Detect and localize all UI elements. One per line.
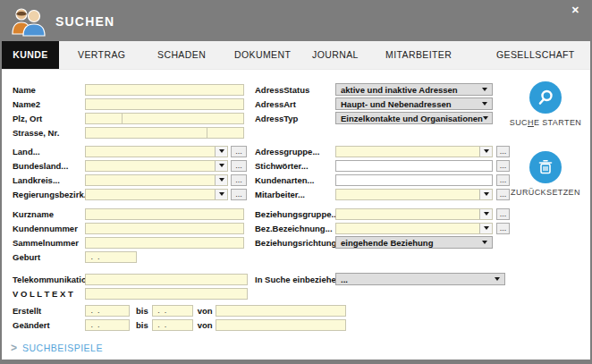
von-label: von: [198, 320, 213, 330]
search-button[interactable]: [529, 81, 562, 114]
landkreis-browse-button[interactable]: ...: [231, 174, 247, 186]
search-icon: [537, 89, 554, 106]
kundenarten-label: Kundenarten...: [255, 175, 335, 185]
adresstyp-select[interactable]: Einzelkontakte und Organisationen: [335, 112, 493, 124]
kundennummer-input[interactable]: [85, 223, 244, 234]
window-header: SUCHEN ✕: [2, 2, 590, 41]
chevron-down-icon: [483, 116, 488, 120]
nr-input[interactable]: [207, 127, 244, 139]
adressart-select[interactable]: Haupt- und Nebenadressen: [335, 97, 493, 110]
bez-bezeichnung-combo[interactable]: [335, 223, 493, 234]
bez-bezeichnung-label: Bez.Bezeichnung...: [255, 224, 335, 233]
adressstatus-select[interactable]: aktive und inaktive Adressen: [335, 83, 493, 96]
geaendert-von-input[interactable]: [216, 319, 346, 331]
tab-vertrag[interactable]: VERTRAG: [78, 41, 125, 69]
land-browse-button[interactable]: ...: [231, 146, 247, 157]
bez-bezeichnung-browse-button[interactable]: ...: [496, 223, 510, 234]
chevron-down-icon[interactable]: [479, 224, 492, 233]
adressgruppe-label: Adressgruppe...: [255, 147, 335, 157]
chevron-down-icon[interactable]: [479, 147, 492, 157]
search-button-label[interactable]: SUCHE STARTEN: [501, 118, 590, 127]
landkreis-label: Landkreis...: [13, 175, 85, 185]
tab-gesellschaft[interactable]: GESELLSCHAFT: [496, 41, 575, 69]
beziehungsgruppe-combo[interactable]: [335, 208, 493, 220]
suchbeispiele-label: SUCHBEISPIELE: [22, 343, 103, 353]
bundesland-browse-button[interactable]: ...: [231, 160, 247, 172]
in-suche-einbeziehen-value: ...: [341, 275, 348, 284]
geaendert-from-date-input[interactable]: [85, 319, 130, 331]
in-suche-einbeziehen-select[interactable]: ...: [335, 273, 505, 285]
volltext-input[interactable]: [85, 288, 248, 300]
land-combo[interactable]: [85, 146, 228, 157]
strasse-nr-label: Strasse, Nr.: [13, 128, 85, 138]
geburt-date-input[interactable]: [85, 251, 137, 263]
von-label: von: [198, 306, 213, 316]
beziehungsrichtung-select[interactable]: eingehende Beziehung: [335, 236, 493, 249]
tab-dokument[interactable]: DOKUMENT: [234, 41, 291, 69]
sammelnummer-input[interactable]: [85, 237, 244, 249]
adressart-value: Haupt- und Nebenadressen: [341, 99, 452, 109]
reset-button-label[interactable]: ZURÜCKSETZEN: [501, 188, 590, 197]
suchbeispiele-link[interactable]: > SUCHBEISPIELE: [11, 343, 103, 353]
search-start-action: SUCHE STARTEN: [501, 81, 590, 127]
geaendert-to-date-input[interactable]: [152, 319, 193, 331]
telekommunikation-input[interactable]: [85, 274, 248, 285]
plz-input[interactable]: [85, 113, 123, 124]
beziehungsrichtung-label: Beziehungsrichtung: [255, 238, 335, 248]
chevron-down-icon: [482, 102, 487, 106]
window-title: SUCHEN: [55, 14, 114, 29]
regierungsbezirk-browse-button[interactable]: ...: [231, 189, 247, 200]
erstellt-to-date-input[interactable]: [152, 305, 193, 317]
erstellt-von-input[interactable]: [216, 305, 346, 317]
search-form: Name Name2 Plz, Ort Strasse, Nr. Land...…: [2, 70, 590, 360]
contacts-icon: [11, 6, 47, 37]
tab-schaden[interactable]: SCHADEN: [157, 41, 206, 69]
suchen-window: SUCHEN ✕ KUNDE VERTRAG SCHADEN DOKUMENT …: [0, 0, 592, 364]
landkreis-combo[interactable]: [85, 174, 228, 186]
chevron-down-icon: [482, 88, 487, 91]
stichwoerter-input[interactable]: [335, 160, 493, 172]
kundenarten-input[interactable]: [335, 174, 493, 186]
chevron-down-icon: [495, 277, 500, 281]
stichwoerter-label: Stichwörter...: [255, 161, 335, 171]
plz-ort-label: Plz, Ort: [13, 114, 85, 123]
tab-mitarbeiter[interactable]: MITARBEITER: [385, 41, 452, 69]
ort-input[interactable]: [122, 113, 244, 124]
name2-label: Name2: [13, 99, 85, 109]
chevron-down-icon[interactable]: [479, 209, 492, 219]
chevron-down-icon[interactable]: [479, 190, 492, 199]
name-label: Name: [13, 85, 85, 95]
reset-action: ZURÜCKSETZEN: [501, 151, 590, 197]
bundesland-combo[interactable]: [85, 160, 228, 172]
chevron-right-icon: >: [11, 343, 17, 353]
chevron-down-icon[interactable]: [215, 190, 227, 199]
erstellt-label: Erstellt: [13, 306, 85, 316]
name-input[interactable]: [85, 84, 244, 96]
chevron-down-icon[interactable]: [215, 175, 227, 185]
adressstatus-label: AdressStatus: [255, 85, 335, 95]
mitarbeiter-label: Mitarbeiter...: [255, 190, 335, 199]
mitarbeiter-combo[interactable]: [335, 189, 493, 200]
bis-label: bis: [136, 306, 148, 316]
chevron-down-icon[interactable]: [215, 147, 227, 157]
tab-journal[interactable]: JOURNAL: [312, 41, 359, 69]
in-suche-einbeziehen-label: In Suche einbeziehen: [255, 275, 335, 284]
adresstyp-label: AdressTyp: [255, 114, 335, 123]
adressstatus-value: aktive und inaktive Adressen: [341, 85, 458, 95]
close-icon[interactable]: ✕: [571, 5, 579, 15]
erstellt-from-date-input[interactable]: [85, 305, 130, 317]
land-label: Land...: [13, 147, 85, 157]
name2-input[interactable]: [85, 98, 244, 110]
beziehungsgruppe-label: Beziehungsgruppe...: [255, 209, 335, 219]
regierungsbezirk-combo[interactable]: [85, 189, 228, 200]
adressgruppe-combo[interactable]: [335, 146, 493, 157]
telekommunikation-label: Telekommunikation: [13, 275, 85, 284]
strasse-input[interactable]: [85, 127, 207, 139]
bundesland-label: Bundesland...: [13, 161, 85, 171]
chevron-down-icon[interactable]: [215, 161, 227, 171]
beziehungsgruppe-browse-button[interactable]: ...: [496, 208, 510, 220]
geaendert-label: Geändert: [13, 320, 85, 330]
tab-kunde[interactable]: KUNDE: [2, 41, 59, 69]
reset-button[interactable]: [529, 151, 562, 183]
kurzname-input[interactable]: [85, 208, 244, 220]
